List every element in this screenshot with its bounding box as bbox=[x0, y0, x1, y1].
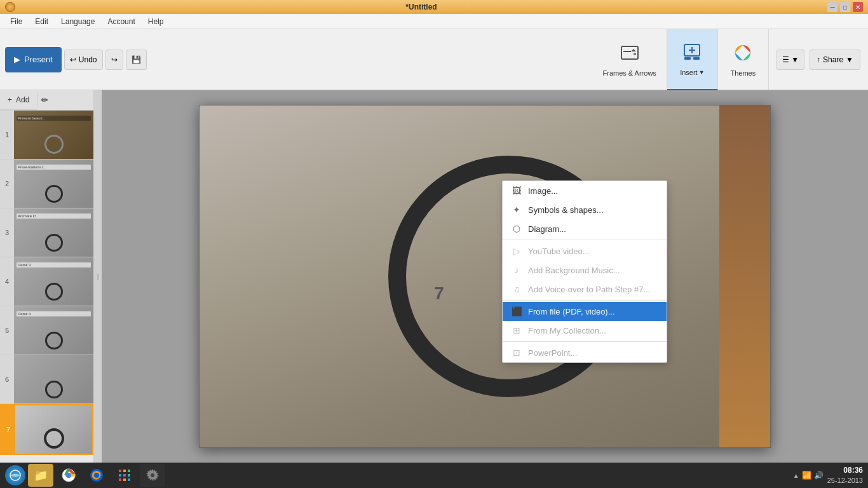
clock-time: 08:36 bbox=[827, 465, 863, 476]
slide-panel: + Add ✏ 1 Present beauti... 2 Presentati… bbox=[0, 90, 94, 463]
dropdown-collection: ⊞ From My Collection... bbox=[503, 321, 667, 340]
symbols-icon: ✦ bbox=[512, 205, 522, 215]
slide-number: 7 bbox=[1, 405, 15, 454]
undo-button[interactable]: ↩ Undo bbox=[64, 50, 103, 70]
svg-point-26 bbox=[151, 473, 154, 477]
frames-arrows-icon bbox=[620, 43, 640, 67]
menu-account[interactable]: Account bbox=[102, 16, 140, 27]
clock-date: 25-12-2013 bbox=[827, 476, 863, 485]
dropdown-diagram[interactable]: ⬡ Diagram... bbox=[503, 219, 667, 238]
edit-slide-button[interactable]: ✏ bbox=[37, 93, 52, 107]
dropdown-powerpoint: ⊡ PowerPoint... bbox=[503, 343, 667, 362]
themes-button[interactable]: Themes bbox=[718, 29, 769, 90]
svg-rect-16 bbox=[119, 470, 121, 472]
taskbar-grid[interactable] bbox=[112, 464, 137, 487]
svg-point-15 bbox=[94, 473, 99, 478]
taskbar-firefox[interactable] bbox=[84, 464, 109, 487]
taskbar-orb[interactable] bbox=[5, 465, 25, 485]
taskbar: 📁 bbox=[0, 463, 868, 488]
dropdown-image[interactable]: 🖼 Image... bbox=[503, 181, 667, 200]
slide-item[interactable]: 2 Presentations t... bbox=[0, 159, 93, 208]
right-decoration bbox=[719, 105, 770, 447]
save-button[interactable]: 💾 bbox=[126, 50, 147, 70]
close-button[interactable]: ✕ bbox=[853, 2, 863, 12]
slide-thumbnail: Presentations t... bbox=[14, 159, 93, 208]
svg-rect-7 bbox=[684, 57, 691, 60]
bgmusic-label: Add Background Music... bbox=[528, 266, 620, 275]
image-label: Image... bbox=[528, 186, 558, 196]
slide-item[interactable]: 1 Present beauti... bbox=[0, 111, 93, 159]
bgmusic-icon: ♪ bbox=[512, 265, 522, 275]
dropdown-bgmusic: ♪ Add Background Music... bbox=[503, 261, 667, 280]
slide-item[interactable]: 6 bbox=[0, 355, 93, 404]
clock: 08:36 25-12-2013 bbox=[827, 465, 863, 485]
menu-language[interactable]: Language bbox=[56, 16, 100, 27]
slide-thumbnail: Animate it! bbox=[14, 208, 93, 257]
powerpoint-label: PowerPoint... bbox=[528, 348, 577, 358]
dropdown-divider-2 bbox=[503, 300, 667, 301]
maximize-button[interactable]: □ bbox=[840, 2, 850, 12]
svg-rect-20 bbox=[123, 474, 126, 477]
collection-icon: ⊞ bbox=[512, 325, 522, 336]
toolbar-center: Frames & Arrows Insert ▼ bbox=[593, 29, 769, 90]
themes-icon bbox=[733, 43, 753, 67]
canvas-area[interactable]: 7 🖼 Image... ✦ Symbols & shapes... ⬡ Dia… bbox=[102, 90, 868, 463]
menu-file[interactable]: File bbox=[5, 16, 27, 27]
minimize-button[interactable]: ─ bbox=[827, 2, 837, 12]
themes-label: Themes bbox=[730, 69, 756, 77]
svg-rect-24 bbox=[128, 478, 130, 481]
dropdown-symbols[interactable]: ✦ Symbols & shapes... bbox=[503, 200, 667, 219]
window-title: *Untitled bbox=[15, 3, 827, 11]
insert-button[interactable]: Insert ▼ bbox=[667, 29, 718, 90]
youtube-icon: ▷ bbox=[512, 246, 522, 256]
window-controls: ─ □ ✕ bbox=[827, 2, 863, 12]
share-button[interactable]: ↑ Share ▼ bbox=[810, 50, 860, 70]
slide-item[interactable]: 3 Animate it! bbox=[0, 208, 93, 257]
add-label: Add bbox=[16, 95, 29, 104]
present-label: Present bbox=[24, 55, 53, 64]
svg-rect-23 bbox=[123, 478, 126, 481]
svg-rect-8 bbox=[693, 57, 700, 60]
powerpoint-icon: ⊡ bbox=[512, 348, 522, 358]
toolbar-right: ☰ ▼ ↑ Share ▼ bbox=[769, 50, 868, 70]
taskbar-chrome[interactable] bbox=[56, 464, 81, 487]
menu-edit[interactable]: Edit bbox=[30, 16, 53, 27]
fromfile-icon: ⬛ bbox=[512, 306, 522, 316]
present-icon: ▶ bbox=[14, 55, 20, 64]
frames-arrows-button[interactable]: Frames & Arrows bbox=[593, 29, 667, 90]
svg-point-13 bbox=[66, 473, 71, 478]
taskbar-gear[interactable] bbox=[140, 464, 165, 487]
frames-arrows-label: Frames & Arrows bbox=[603, 69, 656, 77]
present-button[interactable]: ▶ Present bbox=[5, 47, 62, 72]
undo-icon: ↩ bbox=[70, 55, 76, 64]
svg-rect-18 bbox=[128, 470, 130, 472]
slide-number: 6 bbox=[0, 355, 14, 403]
collapse-handle[interactable]: | bbox=[94, 90, 102, 463]
add-slide-button[interactable]: + Add bbox=[0, 90, 37, 110]
insert-dropdown-menu: 🖼 Image... ✦ Symbols & shapes... ⬡ Diagr… bbox=[502, 180, 667, 363]
slide-item-active[interactable]: 7 bbox=[0, 404, 93, 455]
tray-network: 📶 bbox=[802, 471, 811, 480]
fromfile-label: From file (PDF, video)... bbox=[528, 307, 615, 316]
slide-thumbnail: Detail 3 bbox=[14, 257, 93, 306]
slide-number: 4 bbox=[0, 257, 14, 306]
menu-bar: File Edit Language Account Help bbox=[0, 14, 868, 29]
dropdown-divider bbox=[503, 240, 667, 240]
dropdown-fromfile[interactable]: ⬛ From file (PDF, video)... bbox=[503, 302, 667, 321]
svg-rect-19 bbox=[119, 474, 121, 477]
taskbar-left: 📁 bbox=[5, 464, 165, 487]
slide-item[interactable]: 4 Detail 3 bbox=[0, 257, 93, 306]
diagram-label: Diagram... bbox=[528, 224, 566, 234]
slide-item[interactable]: 5 Detail 4 bbox=[0, 306, 93, 355]
redo-button[interactable]: ↪ bbox=[105, 50, 123, 70]
view-menu-button[interactable]: ☰ ▼ bbox=[776, 50, 804, 70]
insert-label: Insert ▼ bbox=[680, 69, 704, 76]
slide-thumbnail: Detail 4 bbox=[14, 306, 93, 355]
menu-help[interactable]: Help bbox=[143, 16, 169, 27]
taskbar-files[interactable]: 📁 bbox=[28, 464, 53, 487]
tray-arrow[interactable]: ▲ bbox=[793, 472, 799, 479]
slide-canvas: 7 bbox=[199, 105, 771, 448]
slide-number: 3 bbox=[0, 208, 14, 257]
voiceover-icon: ♫ bbox=[512, 284, 522, 294]
slide-thumbnail bbox=[15, 405, 92, 454]
